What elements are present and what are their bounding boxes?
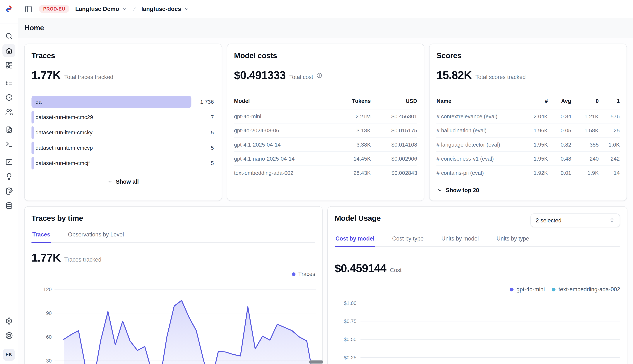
row-label: gpt-4o-mini	[234, 113, 332, 119]
org-switcher[interactable]: Langfuse Demo	[75, 6, 127, 12]
svg-text:$0.50: $0.50	[344, 336, 356, 342]
col-header-name: Name	[436, 98, 522, 104]
sidebar-group-main	[3, 30, 15, 72]
model-usage-card: Model Usage 2 selected Cost by modelCost…	[327, 206, 627, 364]
row-value: 1.95K	[522, 142, 548, 148]
app-window: FK PROD-EU Langfuse Demo langfuse-docs	[0, 0, 633, 364]
model-usage-tabs: Cost by modelCost by typeUnits by modelU…	[335, 235, 620, 247]
row-value: $0.456301	[371, 113, 417, 119]
row-label: # hallucination (eval)	[436, 127, 522, 134]
trace-name: dataset-run-item-cmc29	[36, 111, 93, 124]
model-costs-table: ModelTokensUSDgpt-4o-mini2.21M$0.456301g…	[234, 98, 417, 180]
total-cost-metric: $0.491333	[234, 69, 286, 82]
sidebar-item-annotation[interactable]	[3, 170, 15, 183]
score-row: # language-detector (eval)1.95K0.823551.…	[436, 138, 620, 152]
sidebar-item-settings[interactable]	[3, 314, 15, 327]
sidebar-item-support[interactable]	[3, 329, 15, 342]
traces-card: Traces 1.77K Total traces tracked qa1,73…	[24, 44, 222, 201]
model-cost-row: text-embedding-ada-00228.43K$0.002843	[234, 166, 417, 180]
sidebar-item-tracing[interactable]	[3, 76, 15, 89]
langfuse-logo-icon	[5, 4, 13, 13]
sidebar-item-playground[interactable]	[3, 138, 15, 150]
model-usage-tab-units-by-type[interactable]: Units by type	[496, 235, 530, 247]
row-value: 1.6K	[599, 142, 620, 148]
traces-total-label: Total traces tracked	[64, 74, 113, 80]
model-cost-row: gpt-4o-mini2.21M$0.456301	[234, 109, 417, 124]
project-name: langfuse-docs	[142, 6, 181, 12]
sidebar-toggle-button[interactable]	[25, 5, 32, 13]
sidebar-item-sessions[interactable]	[3, 91, 15, 104]
row-value: 1.95K	[522, 156, 548, 162]
scores-table: Name#Avg01# contextrelevance (eval)2.04K…	[436, 98, 620, 180]
model-usage-tab-units-by-model[interactable]: Units by model	[441, 235, 479, 247]
project-switcher[interactable]: langfuse-docs	[142, 6, 189, 12]
sidebar-group-evaluation	[3, 156, 15, 212]
trace-bar-row-qa[interactable]: qa1,736	[32, 96, 215, 108]
info-icon[interactable]	[316, 72, 322, 78]
legend-dot	[292, 272, 295, 276]
search-icon	[5, 32, 13, 40]
trace-count: 7	[211, 111, 214, 124]
traces-by-time-tab-traces[interactable]: Traces	[32, 231, 51, 243]
sidebar-item-evals[interactable]	[3, 156, 15, 168]
row-value: 0.34	[548, 113, 571, 119]
trace-bar-row-dataset-run-item-cmcvp[interactable]: dataset-run-item-cmcvp5	[32, 142, 215, 154]
sidebar: FK	[0, 0, 18, 364]
row-label: # contextrelevance (eval)	[436, 113, 522, 119]
traces-by-time-tab-observations-by-level[interactable]: Observations by Level	[67, 231, 125, 243]
terminal-icon	[5, 140, 13, 148]
row-label: # contains-pii (eval)	[436, 170, 522, 176]
sidebar-item-users[interactable]	[3, 106, 15, 118]
row-value: 2.21M	[332, 113, 371, 119]
sidebar-item-database[interactable]	[3, 199, 15, 212]
sidebar-item-home[interactable]	[3, 44, 15, 57]
environment-badge[interactable]: PROD-EU	[39, 5, 70, 13]
trace-count: 1,736	[200, 96, 214, 108]
sidebar-item-prompts[interactable]	[3, 123, 15, 136]
traces-tracked-metric: 1.77K	[32, 251, 61, 264]
trace-bar-row-dataset-run-item-cmcky[interactable]: dataset-run-item-cmcky5	[32, 126, 215, 139]
sidebar-item-datasets[interactable]	[3, 184, 15, 197]
card-title: Scores	[436, 51, 620, 60]
show-all-button[interactable]: Show all	[104, 177, 142, 186]
sidebar-item-dashboards[interactable]	[3, 58, 15, 72]
row-value: 3.13K	[332, 127, 371, 134]
horizontal-scrollbar-thumb[interactable]	[309, 360, 323, 364]
trace-name: dataset-run-item-cmcvp	[36, 142, 93, 154]
row-label: gpt-4o-2024-08-06	[234, 127, 332, 134]
row-value: 2.04K	[522, 113, 548, 119]
chevron-down-icon	[184, 6, 189, 12]
svg-text:60: 60	[46, 334, 52, 340]
legend-label: Traces	[298, 271, 315, 277]
traces-by-time-card: Traces by time TracesObservations by Lev…	[24, 206, 323, 364]
trace-count: 5	[211, 142, 214, 154]
sidebar-item-search[interactable]	[3, 30, 15, 42]
chart-legend: gpt-4o-minitext-embedding-ada-002	[335, 286, 620, 292]
model-usage-chart: $1.00$0.75$0.50$0.25	[335, 296, 620, 364]
model-usage-tab-cost-by-model[interactable]: Cost by model	[335, 235, 375, 247]
trace-count: 5	[211, 157, 214, 170]
svg-text:120: 120	[43, 286, 52, 292]
database-icon	[5, 202, 13, 209]
col-header-avg: Avg	[548, 98, 571, 104]
traces-bar-list: qa1,736dataset-run-item-cmc297dataset-ru…	[32, 96, 215, 170]
row-value: 1.96K	[522, 127, 548, 134]
model-usage-tab-cost-by-type[interactable]: Cost by type	[391, 235, 424, 247]
show-top-20-button[interactable]: Show top 20	[434, 185, 482, 195]
col-header-tokens: Tokens	[332, 98, 371, 104]
legend-label: gpt-4o-mini	[516, 286, 545, 292]
scores-total-label: Total scores tracked	[475, 74, 526, 80]
card-title: Traces	[32, 51, 215, 60]
clock-icon	[5, 94, 13, 101]
row-value: $0.015175	[371, 127, 417, 134]
row-value: 576	[599, 113, 620, 119]
legend-label: text-embedding-ada-002	[558, 286, 620, 292]
langfuse-logo	[0, 0, 18, 24]
model-select-dropdown[interactable]: 2 selected	[530, 214, 620, 227]
row-value: 28.43K	[332, 170, 371, 176]
col-header-usd: USD	[371, 98, 417, 104]
trace-bar-row-dataset-run-item-cmcjf[interactable]: dataset-run-item-cmcjf5	[32, 157, 215, 170]
trace-bar-row-dataset-run-item-cmc29[interactable]: dataset-run-item-cmc297	[32, 111, 215, 124]
user-avatar[interactable]: FK	[3, 349, 15, 361]
card-title: Traces by time	[32, 214, 315, 223]
